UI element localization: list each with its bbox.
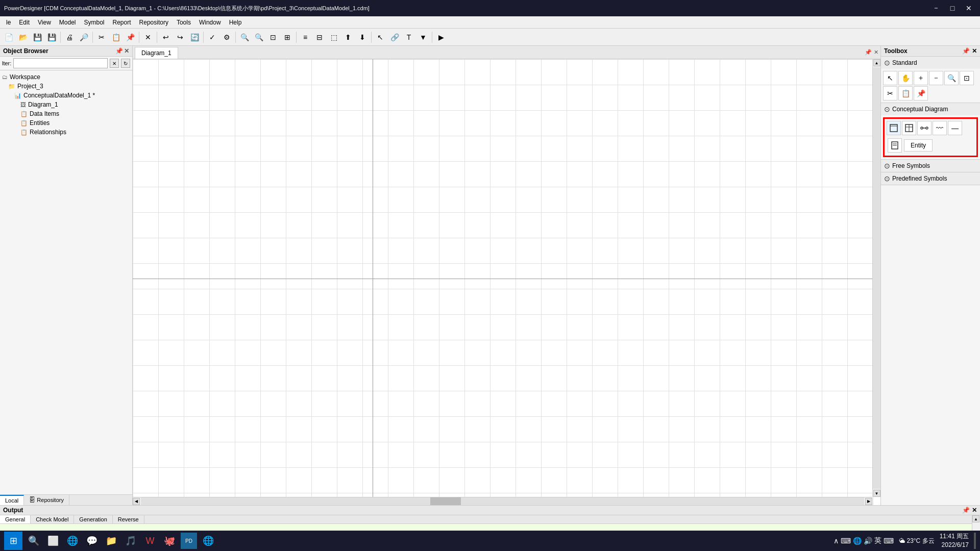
diagram-close-btn[interactable]: ✕	[874, 49, 878, 56]
teams-icon[interactable]: 💬	[84, 533, 100, 549]
taskview-icon[interactable]: ⬜	[45, 533, 61, 549]
toolbox-pin-btn[interactable]: 📌	[962, 47, 970, 55]
filter-refresh-button[interactable]: ↻	[121, 59, 130, 68]
filter-clear-button[interactable]: ✕	[110, 59, 119, 68]
tree-item-entities[interactable]: 📋 Entities	[0, 118, 132, 128]
standard-section-header[interactable]: ⊙ Standard	[881, 57, 980, 69]
menu-edit[interactable]: Edit	[15, 18, 34, 27]
scroll-up-button[interactable]: ▲	[873, 59, 880, 66]
tb-run[interactable]: ▶	[434, 31, 448, 44]
menu-repository[interactable]: Repository	[135, 18, 173, 27]
tb-send-back[interactable]: ⬇	[356, 31, 369, 44]
tb-check[interactable]: ✓	[206, 31, 219, 44]
tb-print[interactable]: 🖨	[63, 31, 76, 44]
menu-file[interactable]: le	[2, 18, 15, 27]
menu-tools[interactable]: Tools	[173, 18, 195, 27]
tb-redo[interactable]: ↪	[174, 31, 187, 44]
powerdesigner-icon[interactable]: PD	[181, 533, 197, 549]
qq-music-icon[interactable]: 🎵	[122, 533, 139, 549]
tray-up-arrow[interactable]: ∧	[834, 537, 839, 545]
menu-model[interactable]: Model	[55, 18, 80, 27]
conceptual-section-header[interactable]: ⊙ Conceptual Diagram	[881, 103, 980, 115]
tool-zoom-all[interactable]: ⊡	[960, 71, 974, 85]
minimize-button[interactable]: －	[929, 3, 943, 13]
tb-zoom-out[interactable]: 🔍	[252, 31, 265, 44]
filter-input[interactable]	[13, 58, 108, 68]
tb-print-preview[interactable]: 🔎	[77, 31, 90, 44]
tab-repository[interactable]: 🗄 Repository	[24, 495, 69, 505]
diagram-canvas-wrapper[interactable]: ▲ ▼ ◀ ▶	[133, 59, 880, 505]
toolbox-close-btn[interactable]: ✕	[972, 47, 977, 55]
diagram-tab[interactable]: Diagram_1	[135, 47, 178, 59]
tool-link2[interactable]: —	[948, 121, 962, 135]
output-pin-btn[interactable]: 📌	[962, 507, 970, 514]
time-widget[interactable]: 11:41 周五 2022/6/17	[940, 532, 969, 549]
tool-zoom-in[interactable]: ＋	[914, 71, 928, 85]
tree-item-workspace[interactable]: 🗂 Workspace	[0, 72, 132, 82]
tray-lang[interactable]: 英	[874, 536, 881, 545]
free-symbols-section-header[interactable]: ⊙ Free Symbols	[881, 160, 980, 172]
tb-align[interactable]: ≡	[299, 31, 312, 44]
tray-volume[interactable]: 🔊	[864, 537, 872, 545]
tab-generation[interactable]: Generation	[74, 515, 112, 523]
tb-delete[interactable]: ✕	[141, 31, 155, 44]
menu-symbol[interactable]: Symbol	[80, 18, 109, 27]
close-button[interactable]: ✕	[962, 3, 976, 13]
tb-link[interactable]: 🔗	[388, 31, 401, 44]
unknown-icon-1[interactable]: 🐙	[161, 533, 178, 549]
tb-save[interactable]: 💾	[31, 31, 44, 44]
tool-paste[interactable]: 📌	[914, 86, 928, 101]
tb-save-all[interactable]: 💾	[45, 31, 58, 44]
tree-item-project[interactable]: 📁 Project_3	[0, 82, 132, 91]
tool-relationship[interactable]	[917, 121, 932, 135]
diagram-pin-btn[interactable]: 📌	[865, 49, 872, 56]
tab-local[interactable]: Local	[0, 495, 24, 505]
menu-help[interactable]: Help	[225, 18, 246, 27]
tree-item-dataitems[interactable]: 📋 Data Items	[0, 109, 132, 118]
predefined-section-header[interactable]: ⊙ Predefined Symbols	[881, 172, 980, 185]
tb-bring-front[interactable]: ⬆	[341, 31, 355, 44]
tool-entity-icon[interactable]	[887, 121, 901, 135]
explorer-icon[interactable]: 📁	[103, 533, 119, 549]
tb-zoom-fit[interactable]: ⊡	[266, 31, 280, 44]
maximize-button[interactable]: □	[945, 3, 960, 13]
tool-zoom-window[interactable]: 🔍	[944, 71, 959, 85]
scroll-left-button[interactable]: ◀	[133, 498, 140, 505]
tb-more[interactable]: ▼	[416, 31, 430, 44]
start-button[interactable]: ⊞	[4, 532, 22, 550]
tray-input-grid[interactable]: ⌨	[884, 537, 894, 545]
menu-report[interactable]: Report	[109, 18, 135, 27]
tb-distribute[interactable]: ⊟	[313, 31, 326, 44]
tool-zoom-out[interactable]: －	[929, 71, 943, 85]
tree-item-diagram[interactable]: 🖼 Diagram_1	[0, 100, 132, 109]
tb-new[interactable]: 📄	[2, 31, 15, 44]
scroll-thumb-h[interactable]	[430, 497, 461, 505]
tb-pointer[interactable]: ↖	[374, 31, 387, 44]
tab-reverse[interactable]: Reverse	[113, 515, 144, 523]
tool-cut[interactable]: ✂	[883, 86, 897, 101]
menu-window[interactable]: Window	[195, 18, 225, 27]
tb-copy[interactable]: 📋	[109, 31, 122, 44]
vertical-scrollbar[interactable]: ▲ ▼	[872, 59, 880, 497]
tree-item-model[interactable]: 📊 ConceptualDataModel_1 *	[0, 91, 132, 100]
pin-button[interactable]: 📌	[115, 47, 123, 55]
scroll-down-button[interactable]: ▼	[873, 490, 880, 497]
tool-hand[interactable]: ✋	[898, 71, 913, 85]
search-taskbar-icon[interactable]: 🔍	[26, 533, 42, 549]
edge-icon[interactable]: 🌐	[200, 533, 216, 549]
tool-link1[interactable]: 〰	[933, 121, 947, 135]
menu-view[interactable]: View	[34, 18, 55, 27]
tb-undo[interactable]: ↩	[159, 31, 173, 44]
diagram-canvas[interactable]	[133, 59, 880, 505]
scroll-right-button[interactable]: ▶	[865, 498, 872, 505]
scroll-track-h[interactable]	[141, 497, 864, 505]
horizontal-scrollbar[interactable]: ◀ ▶	[133, 497, 872, 505]
tb-restore[interactable]: 🔄	[188, 31, 201, 44]
tray-network[interactable]: 🌐	[853, 537, 862, 545]
widget-icon[interactable]: 🌐	[64, 533, 81, 549]
tray-keyboard[interactable]: ⌨	[841, 537, 851, 545]
tb-text[interactable]: T	[402, 31, 415, 44]
tb-paste[interactable]: 📌	[124, 31, 137, 44]
tool-doc[interactable]	[888, 138, 902, 153]
output-scroll-up[interactable]: ▲	[972, 515, 979, 522]
